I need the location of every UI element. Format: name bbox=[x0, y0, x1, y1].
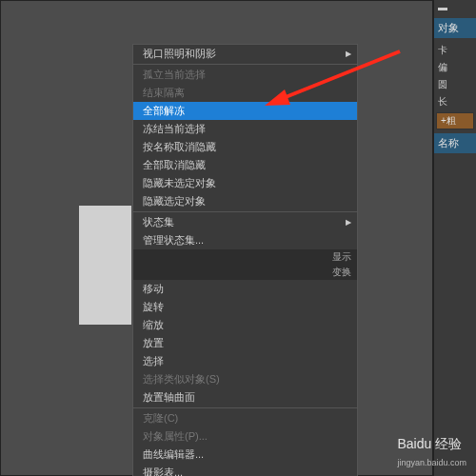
menu-item[interactable]: 结束隔离 bbox=[133, 84, 357, 102]
menu-item[interactable]: 缩放 bbox=[133, 316, 357, 334]
menu-item[interactable]: 放置轴曲面 bbox=[133, 388, 357, 407]
panel-field[interactable]: 圆 bbox=[434, 76, 476, 93]
watermark-text: Baidu 经验 bbox=[397, 436, 462, 451]
menu-item[interactable]: 按名称取消隐藏 bbox=[133, 138, 357, 156]
scene-object bbox=[79, 206, 131, 325]
menu-item[interactable]: 管理状态集... bbox=[133, 231, 357, 249]
menu-item[interactable]: 曲线编辑器... bbox=[133, 446, 357, 464]
menu-group-label: 变换 bbox=[133, 265, 357, 280]
add-button[interactable]: +粗 bbox=[436, 112, 474, 129]
menu-item[interactable]: 全部解冻 bbox=[133, 102, 357, 120]
panel-field[interactable]: 偏 bbox=[434, 59, 476, 76]
menu-item[interactable]: 选择类似对象(S) bbox=[133, 370, 357, 388]
menu-item[interactable]: 孤立当前选择 bbox=[133, 66, 357, 84]
menu-item[interactable]: 视口照明和阴影 bbox=[133, 45, 357, 63]
watermark: Baidu 经验 jingyan.baidu.com bbox=[397, 436, 466, 468]
menu-item[interactable]: 旋转 bbox=[133, 298, 357, 316]
menu-item[interactable]: 状态集 bbox=[133, 213, 357, 231]
menu-item[interactable]: 选择 bbox=[133, 352, 357, 370]
menu-item[interactable]: 放置 bbox=[133, 334, 357, 352]
menu-item[interactable]: 摄影表... bbox=[133, 464, 357, 476]
menu-item[interactable]: 隐藏选定对象 bbox=[133, 192, 357, 210]
menu-separator bbox=[133, 407, 357, 408]
menu-item[interactable]: 隐藏未选定对象 bbox=[133, 174, 357, 192]
panel-field[interactable]: 长 bbox=[434, 93, 476, 110]
menu-item[interactable]: 克隆(C) bbox=[133, 409, 357, 427]
menu-separator bbox=[133, 211, 357, 212]
menu-item[interactable]: 全部取消隐藏 bbox=[133, 156, 357, 174]
panel-section-header[interactable]: 对象 bbox=[434, 18, 476, 38]
panel-row: ▬ bbox=[434, 0, 476, 14]
panel-section-name[interactable]: 名称 bbox=[434, 133, 476, 153]
modify-panel: ▬ 对象 卡偏圆长 +粗 名称 bbox=[433, 0, 476, 476]
watermark-url: jingyan.baidu.com bbox=[397, 458, 466, 467]
context-menu: 视口照明和阴影孤立当前选择结束隔离全部解冻冻结当前选择按名称取消隐藏全部取消隐藏… bbox=[132, 44, 358, 476]
panel-field[interactable]: 卡 bbox=[434, 42, 476, 59]
menu-item[interactable]: 移动 bbox=[133, 280, 357, 298]
menu-item[interactable]: 冻结当前选择 bbox=[133, 120, 357, 138]
menu-separator bbox=[133, 64, 357, 65]
menu-item[interactable]: 对象属性(P)... bbox=[133, 427, 357, 446]
menu-group-label: 显示 bbox=[133, 249, 357, 265]
